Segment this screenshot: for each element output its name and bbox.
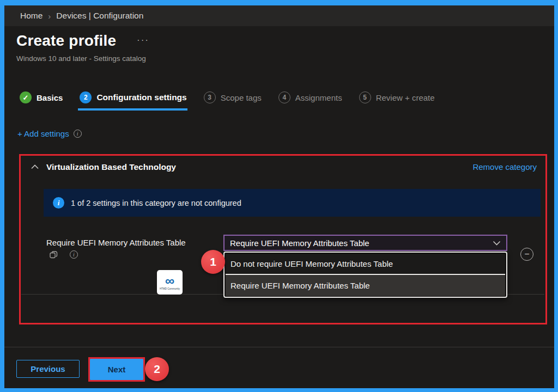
step-number-badge: 5: [359, 91, 371, 103]
divider: [4, 347, 554, 347]
dropdown-option-do-not-require[interactable]: Do not require UEFI Memory Attributes Ta…: [226, 254, 505, 275]
logo-glyph: ∞: [165, 275, 174, 287]
info-icon: i: [53, 197, 64, 209]
annotation-rectangle: Next: [88, 357, 145, 382]
step-review-create[interactable]: 5 Review + create: [359, 91, 435, 103]
htmd-community-logo: ∞ HTMD Community: [157, 270, 183, 295]
add-settings-link[interactable]: + Add settings: [17, 129, 69, 138]
step-configuration-settings[interactable]: 2 Configuration settings: [80, 91, 186, 103]
info-banner: i 1 of 2 settings in this category are n…: [44, 189, 541, 217]
step-scope-tags-label: Scope tags: [221, 93, 262, 102]
info-banner-text: 1 of 2 settings in this category are not…: [71, 199, 241, 207]
check-icon: ✓: [20, 91, 32, 103]
page-title: Create profile: [16, 32, 116, 50]
dropdown-selected-value: Require UEFI Memory Attributes Table: [230, 238, 493, 248]
info-icon[interactable]: i: [70, 250, 78, 259]
step-number-badge: 3: [204, 91, 216, 103]
remove-category-link[interactable]: Remove category: [472, 162, 537, 171]
setting-label: Require UEFI Memory Attributes Table: [46, 238, 226, 247]
info-icon[interactable]: i: [74, 130, 82, 138]
category-title: Virtualization Based Technology: [46, 162, 176, 172]
breadcrumb-devices-configuration[interactable]: Devices | Configuration: [56, 11, 143, 21]
step-configuration-settings-label: Configuration settings: [96, 93, 186, 102]
window-frame: Home › Devices | Configuration Create pr…: [0, 0, 558, 392]
step-number-badge: 4: [278, 91, 290, 103]
setting-icons: i: [50, 250, 78, 259]
breadcrumb-separator-icon: ›: [48, 11, 51, 21]
step-assignments[interactable]: 4 Assignments: [278, 91, 342, 103]
breadcrumb: Home › Devices | Configuration: [4, 5, 554, 26]
more-options-icon[interactable]: ···: [137, 35, 149, 46]
step-review-create-label: Review + create: [376, 93, 435, 102]
logo-label: HTMD Community: [160, 287, 180, 290]
previous-button[interactable]: Previous: [16, 360, 80, 378]
dropdown-option-require[interactable]: Require UEFI Memory Attributes Table: [226, 275, 505, 296]
step-basics[interactable]: ✓ Basics: [20, 91, 63, 103]
chevron-down-icon: [493, 241, 501, 246]
annotation-marker-1: 1: [201, 250, 225, 274]
step-basics-label: Basics: [37, 93, 63, 102]
remove-setting-icon[interactable]: −: [520, 248, 533, 261]
next-button[interactable]: Next: [90, 359, 143, 380]
annotation-marker-2: 2: [145, 357, 169, 381]
wizard-steps: ✓ Basics 2 Configuration settings 3 Scop…: [20, 91, 435, 103]
category-header: Virtualization Based Technology Remove c…: [21, 156, 545, 181]
category-section: Virtualization Based Technology Remove c…: [21, 156, 545, 323]
step-assignments-label: Assignments: [295, 93, 342, 102]
setting-dropdown[interactable]: Require UEFI Memory Attributes Table: [223, 235, 507, 251]
dropdown-option-list: Do not require UEFI Memory Attributes Ta…: [223, 252, 507, 298]
step-number-badge: 2: [80, 91, 92, 103]
chevron-up-icon[interactable]: [31, 164, 39, 169]
page-subtitle: Windows 10 and later - Settings catalog: [16, 54, 146, 63]
copy-icon[interactable]: [50, 251, 58, 259]
add-settings: + Add settings i: [17, 129, 82, 138]
breadcrumb-home[interactable]: Home: [20, 11, 43, 21]
step-scope-tags[interactable]: 3 Scope tags: [204, 91, 262, 103]
